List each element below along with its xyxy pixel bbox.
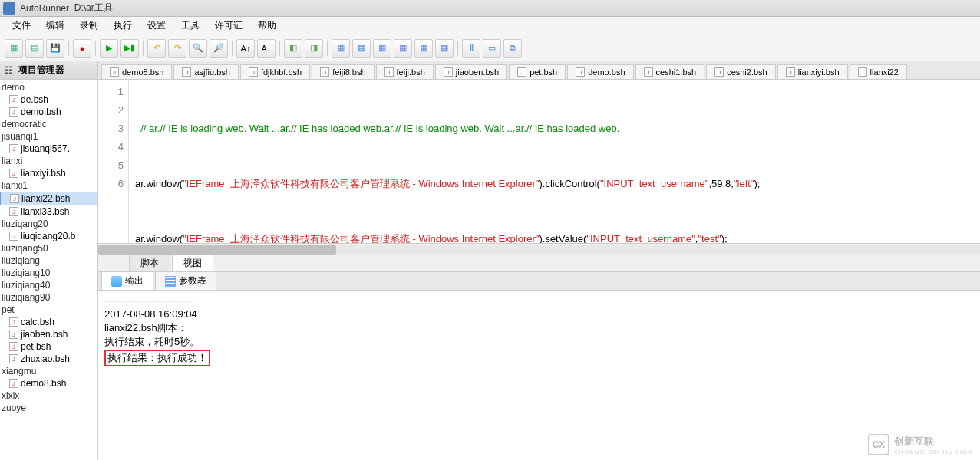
editor-tab[interactable]: Jjiaoben.bsh xyxy=(435,64,507,79)
tab-label: ceshi2.bsh xyxy=(727,67,767,77)
undo-icon[interactable]: ↶ xyxy=(147,39,166,58)
tree-item[interactable]: Jdemo.bsh xyxy=(0,106,97,118)
code-area[interactable]: 1 2 3 4 5 6 // ar.// IE is loading web. … xyxy=(98,80,980,243)
project-icon: ☷ xyxy=(5,65,15,76)
tree-item[interactable]: liuziqiang90 xyxy=(0,291,97,304)
open-icon[interactable]: ▤ xyxy=(25,39,44,58)
tree-item[interactable]: liuziqiang40 xyxy=(0,279,97,291)
tree-item[interactable]: Jdemo8.bsh xyxy=(0,377,97,389)
redo-icon[interactable]: ↷ xyxy=(168,39,186,58)
tree-item[interactable]: Jjiaoben.bsh xyxy=(0,328,97,340)
menu-edit[interactable]: 编辑 xyxy=(38,19,72,32)
editor-tab[interactable]: Jfdjkhbf.bsh xyxy=(240,64,310,79)
menu-file[interactable]: 文件 xyxy=(5,19,38,32)
font-dec-icon[interactable]: A↓ xyxy=(257,39,276,58)
play-list-icon[interactable]: ▶▮ xyxy=(120,39,139,58)
tree-item[interactable]: Jcalc.bsh xyxy=(0,316,97,328)
tree-item[interactable]: liuziqang50 xyxy=(0,242,97,255)
panel-icon[interactable]: ▭ xyxy=(483,39,501,58)
tree-item[interactable]: Jjisuanqi567. xyxy=(0,143,97,155)
new-icon[interactable]: ▦ xyxy=(5,39,23,58)
tab-label: lianxi22 xyxy=(870,67,899,77)
tree-item[interactable]: pet xyxy=(0,304,97,316)
tree-item-label: liuziqiang xyxy=(2,255,40,266)
tree-item[interactable]: xiangmu xyxy=(0,365,97,377)
editor-tab[interactable]: Jfeiji.bsh xyxy=(376,64,434,79)
code-content[interactable]: // ar.// IE is loading web. Wait ...ar./… xyxy=(129,80,980,243)
editor-tab[interactable]: Jdemo8.bsh xyxy=(101,64,172,79)
menu-license[interactable]: 许可证 xyxy=(207,19,250,32)
output-done: 执行结束，耗时5秒。 xyxy=(104,335,974,349)
tree-item[interactable]: Jlianxi22.bsh xyxy=(0,192,97,205)
step-icon[interactable]: ◧ xyxy=(284,39,302,58)
tree-item-label: lianxi22.bsh xyxy=(21,193,70,204)
record-icon[interactable]: ● xyxy=(73,39,91,58)
menu-run[interactable]: 执行 xyxy=(106,19,140,32)
hscroll-thumb[interactable] xyxy=(98,245,336,255)
tree-item[interactable]: liuziqiang10 xyxy=(0,267,97,279)
menubar: 文件 编辑 录制 执行 设置 工具 许可证 帮助 xyxy=(0,17,980,35)
step2-icon[interactable]: ◨ xyxy=(305,39,323,58)
tree-item-label: lianxi33.bsh xyxy=(21,206,69,217)
font-inc-icon[interactable]: A↑ xyxy=(236,39,255,58)
grid1-icon[interactable]: ▦ xyxy=(332,39,350,58)
tree-item[interactable]: Jpet.bsh xyxy=(0,340,97,353)
grid2-icon[interactable]: ▦ xyxy=(352,39,371,58)
pause-icon[interactable]: Ⅱ xyxy=(462,39,480,58)
tree-item[interactable]: liuziqang20 xyxy=(0,218,97,230)
tree-item[interactable]: democratic xyxy=(0,118,97,130)
editor-tab[interactable]: Jasjfiu.bsh xyxy=(173,64,238,79)
editor-tab[interactable]: Jlianxiyi.bsh xyxy=(777,64,848,79)
save-icon[interactable]: 💾 xyxy=(46,39,64,58)
tab-view[interactable]: 视图 xyxy=(172,255,213,272)
tree-item[interactable]: Jzhuxiao.bsh xyxy=(0,353,97,365)
menu-settings[interactable]: 设置 xyxy=(140,19,173,32)
tree-item[interactable]: xixix xyxy=(0,389,97,402)
tree-item[interactable]: Jlianxi33.bsh xyxy=(0,205,97,218)
layout-icon[interactable]: ⧉ xyxy=(503,39,522,58)
tab-params[interactable]: 参数表 xyxy=(155,271,216,290)
editor-tab[interactable]: Jfeiji8.bsh xyxy=(312,64,374,79)
grid6-icon[interactable]: ▦ xyxy=(435,39,454,58)
play-icon[interactable]: ▶ xyxy=(100,39,118,58)
tree-item[interactable]: lianxi1 xyxy=(0,179,97,192)
menu-help[interactable]: 帮助 xyxy=(250,19,284,32)
project-tree[interactable]: demoJde.bshJdemo.bshdemocraticjisuanqi1J… xyxy=(0,80,97,460)
titlebar-path: D:\ar工具 xyxy=(74,2,113,15)
editor-tab[interactable]: Jceshi2.bsh xyxy=(706,64,776,79)
tree-item[interactable]: jisuanqi1 xyxy=(0,130,97,143)
tree-item-label: xixix xyxy=(2,390,19,401)
editor-tab[interactable]: Jceshi1.bsh xyxy=(635,64,705,79)
app-icon xyxy=(3,2,15,15)
replace-icon[interactable]: 🔎 xyxy=(210,39,228,58)
search-icon[interactable]: 🔍 xyxy=(189,39,207,58)
file-icon: J xyxy=(110,67,119,77)
grid4-icon[interactable]: ▦ xyxy=(394,39,412,58)
editor-area: Jdemo8.bshJasjfiu.bshJfdjkhbf.bshJfeiji8… xyxy=(98,61,980,460)
tab-script[interactable]: 脚本 xyxy=(129,255,170,272)
tree-item[interactable]: lianxi xyxy=(0,155,97,167)
grid5-icon[interactable]: ▦ xyxy=(414,39,433,58)
tree-item[interactable]: Jde.bsh xyxy=(0,94,97,106)
tree-item-label: demo xyxy=(2,82,25,93)
tree-item[interactable]: Jlianxiyi.bsh xyxy=(0,167,97,179)
output-panel[interactable]: --------------------------- 2017-08-08 1… xyxy=(98,291,980,460)
editor-tab[interactable]: Jlianxi22 xyxy=(850,64,907,79)
tree-item[interactable]: Jliuqiqang20.b xyxy=(0,230,97,242)
tab-output[interactable]: 输出 xyxy=(101,271,153,290)
file-icon: J xyxy=(9,95,18,104)
editor-tab[interactable]: Jdemo.bsh xyxy=(567,64,633,79)
file-icon: J xyxy=(576,67,585,77)
tree-item[interactable]: demo xyxy=(0,81,97,94)
tree-item[interactable]: liuziqiang xyxy=(0,255,97,267)
menu-tools[interactable]: 工具 xyxy=(173,19,207,32)
grid3-icon[interactable]: ▦ xyxy=(373,39,391,58)
tree-item[interactable]: zuoye xyxy=(0,402,97,414)
tree-item-label: liuqiqang20.b xyxy=(21,231,75,242)
menu-record[interactable]: 录制 xyxy=(72,19,106,32)
file-icon: J xyxy=(10,194,19,203)
editor-tab[interactable]: Jpet.bsh xyxy=(509,64,566,79)
horizontal-scrollbar[interactable] xyxy=(98,243,980,255)
tree-item-label: liuziqiang40 xyxy=(2,280,50,291)
output-timestamp: 2017-08-08 16:09:04 xyxy=(104,307,974,321)
